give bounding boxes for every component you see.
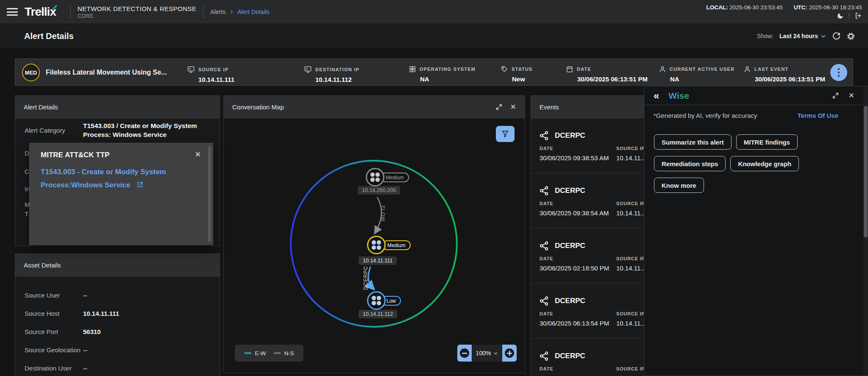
asset-details-panel: Asset Details Source User-- Source Host1… (15, 253, 220, 376)
terms-of-use-link[interactable]: Terms Of Use (798, 112, 838, 119)
share-icon (540, 351, 549, 361)
breadcrumb-alert-details: Alert Details (237, 8, 269, 15)
severity-badge: MED (22, 64, 40, 81)
knowledge-graph-button[interactable]: Knowledge graph (730, 156, 799, 171)
know-more-button[interactable]: Know more (654, 178, 704, 193)
minus-icon (460, 348, 469, 358)
legend-toggle-north-south[interactable]: N-S (274, 350, 294, 357)
mitre-findings-button[interactable]: MITRE findings (736, 134, 798, 150)
user-icon (743, 65, 751, 73)
expand-icon[interactable] (495, 103, 503, 111)
share-icon (540, 241, 549, 251)
hamburger-menu-icon[interactable] (7, 8, 18, 16)
alert-summary-bar: MED Fileless Lateral Movement Using Se..… (15, 58, 853, 86)
clipped-row-label: T (25, 210, 28, 217)
time-range-value: Last 24 hours (779, 33, 818, 39)
wise-title: Wise (668, 91, 689, 101)
host-icon (372, 296, 381, 305)
severity-pill: Medium (382, 240, 411, 250)
asset-row-destination-user: Destination User-- (15, 365, 220, 376)
summarize-alert-button[interactable]: Summarize this alert (654, 134, 732, 150)
dark-mode-moon-icon[interactable] (837, 12, 844, 19)
breadcrumb: Alerts Alert Details (210, 8, 269, 15)
logo-x-glyph: x (50, 5, 56, 19)
calendar-icon (566, 65, 573, 73)
show-label: Show: (757, 33, 773, 39)
logo-text: Trelli (25, 5, 50, 18)
legend-toggle-east-west[interactable]: E-W (244, 350, 266, 357)
asset-row-source-geolocation: Source Geolocation-- (15, 346, 220, 365)
asset-row-source-host: Source Host10.14.11.111 (15, 310, 220, 328)
user-icon (659, 65, 666, 73)
product-tier: CORE (78, 13, 196, 19)
alert-title: Fileless Lateral Movement Using Se... (46, 59, 173, 86)
close-icon[interactable]: ✕ (195, 150, 201, 159)
mitre-attack-ttp-popup: MITRE ATT&CK TTP ✕ T1543.003 - Create or… (29, 143, 213, 245)
chevron-down-icon (493, 351, 498, 356)
collapse-panel-icon[interactable]: « (654, 91, 659, 101)
host-icon (372, 240, 381, 250)
external-link-icon[interactable] (136, 181, 144, 188)
map-filter-button[interactable] (496, 126, 515, 142)
chevron-right-icon (229, 9, 234, 14)
map-zoom-controls: 100% (457, 345, 517, 362)
panel-title: Alert Details (24, 103, 58, 111)
close-icon[interactable]: ✕ (510, 103, 516, 111)
clipped-row-label: C (25, 168, 29, 175)
map-node-source-host[interactable] (367, 236, 386, 254)
scrollbar-track[interactable] (863, 86, 868, 376)
alert-details-page: Trellix NETWORK DETECTION & RESPONSE COR… (0, 0, 868, 376)
field-last-event: LAST EVENT 30/06/2025 06:13:51 PM (743, 65, 825, 83)
field-operating-system: OPERATING SYSTEM NA (409, 65, 476, 83)
breadcrumb-alerts[interactable]: Alerts (210, 8, 225, 15)
conversation-map-panel: Conversation Map ✕ (223, 95, 525, 373)
alert-category-value: T1543.003 / Create or Modify System Proc… (83, 121, 219, 139)
field-destination-ip: DESTINATION IP 10.14.11.112 (304, 65, 359, 83)
zoom-level-dropdown[interactable]: 100% (472, 345, 502, 362)
edge-label-dcerpc: DCERPC (363, 266, 369, 290)
ai-disclaimer: *Generated by AI, verify for accuracy (654, 112, 757, 119)
node-ip-label: 10.14.11.111 (359, 256, 397, 265)
mitre-technique-link[interactable]: T1543.003 - Create or Modify System Proc… (41, 165, 181, 192)
settings-gear-icon[interactable] (846, 32, 855, 41)
monitor-icon (304, 65, 312, 73)
zoom-out-button[interactable] (457, 345, 472, 362)
close-icon[interactable]: ✕ (849, 92, 854, 99)
north-south-line-swatch (274, 352, 281, 354)
host-icon (370, 173, 380, 182)
conversation-map-canvas[interactable]: Medium 10.14.250.205 FLOW Medium 10.14.1… (224, 118, 525, 373)
alert-actions-kebab-button[interactable] (830, 64, 847, 81)
map-node-destination-host[interactable] (367, 291, 386, 310)
wise-panel-header: « Wise ✕ (644, 86, 868, 105)
remediation-steps-button[interactable]: Remediation steps (654, 156, 726, 171)
chevron-down-icon (821, 33, 826, 39)
asset-row-source-user: Source User-- (15, 292, 220, 310)
expand-icon[interactable] (832, 92, 839, 99)
logout-icon[interactable] (854, 12, 862, 19)
trellix-logo[interactable]: Trellix (25, 5, 56, 19)
time-range-dropdown[interactable]: Last 24 hours (779, 33, 826, 39)
share-icon (540, 186, 549, 195)
tag-icon (501, 65, 508, 73)
popup-scrollbar[interactable] (208, 146, 211, 242)
scrollbar-thumb[interactable] (864, 106, 868, 237)
east-west-line-swatch (244, 352, 251, 354)
asset-row-source-port: Source Port56310 (15, 328, 220, 346)
asset-details-panel-header: Asset Details (15, 254, 220, 276)
field-status: STATUS New (501, 65, 533, 83)
panel-title: Conversation Map (232, 103, 284, 111)
zoom-level-value: 100% (476, 350, 491, 357)
local-time-value: 2025-06-30 23:53:45 (729, 4, 782, 11)
zoom-in-button[interactable] (502, 345, 517, 362)
panel-title: Asset Details (24, 262, 61, 269)
map-node-external-host[interactable] (366, 168, 384, 187)
utc-time-value: 2025-06-30 18:23:45 (809, 4, 862, 11)
edge-label-flow: FLOW (380, 206, 386, 222)
divider (849, 12, 849, 19)
alert-category-label: Alert Category (25, 127, 65, 134)
share-icon (540, 296, 549, 306)
refresh-icon[interactable] (832, 32, 840, 40)
product-name-block: NETWORK DETECTION & RESPONSE CORE (78, 5, 196, 19)
funnel-icon (501, 130, 509, 138)
alert-details-panel-header: Alert Details (15, 96, 220, 118)
